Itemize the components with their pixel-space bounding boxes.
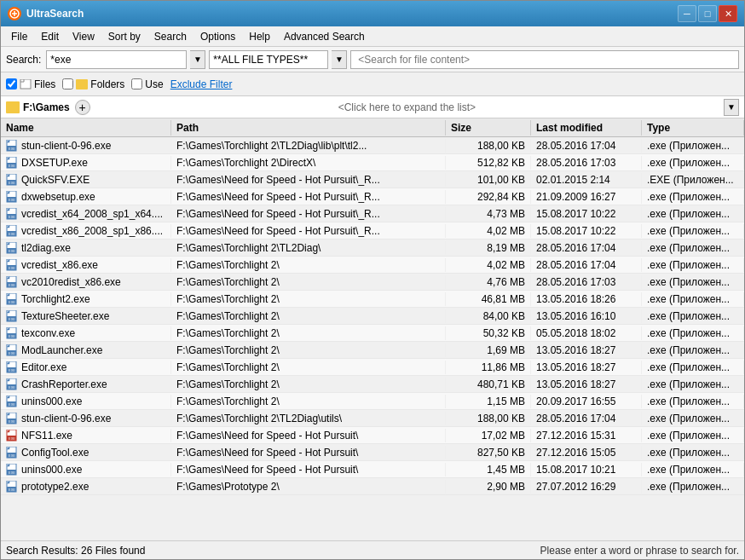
- search-dropdown-button[interactable]: ▼: [190, 50, 205, 69]
- cell-path: F:\Games\Torchlight 2\: [171, 344, 446, 357]
- table-row[interactable]: EXE unins000.exe F:\Games\Torchlight 2\ …: [1, 393, 744, 410]
- menu-search[interactable]: Search: [147, 29, 193, 44]
- file-type-icon: EXE: [6, 327, 18, 339]
- col-name[interactable]: Name: [1, 120, 171, 136]
- table-row[interactable]: EXE texconv.exe F:\Games\Torchlight 2\ 5…: [1, 325, 744, 342]
- cell-name: EXE unins000.exe: [1, 395, 171, 408]
- svg-text:EXE: EXE: [9, 198, 15, 202]
- table-row[interactable]: EXE vcredist_x86_2008_sp1_x86.... F:\Gam…: [1, 222, 744, 240]
- svg-text:EXE: EXE: [9, 317, 15, 321]
- col-size[interactable]: Size: [446, 120, 531, 136]
- folders-checkbox[interactable]: [62, 78, 73, 89]
- table-row[interactable]: EXE prototype2.exe F:\Games\Prototype 2\…: [1, 478, 744, 495]
- table-row[interactable]: EXE ConfigTool.exe F:\Games\Need for Spe…: [1, 444, 744, 461]
- svg-text:EXE: EXE: [9, 488, 15, 492]
- menu-options[interactable]: Options: [193, 29, 242, 44]
- expand-list-label[interactable]: <Click here to expand the list>: [90, 101, 724, 113]
- svg-rect-3: [20, 79, 31, 89]
- col-path[interactable]: Path: [171, 120, 446, 136]
- filter-bar: Files Folders Use Exclude Filter: [1, 72, 744, 96]
- search-input[interactable]: [46, 50, 187, 69]
- files-checkbox[interactable]: [6, 78, 17, 89]
- status-bar: Search Results: 26 Files found Please en…: [1, 540, 744, 559]
- cell-type: .exe (Приложен...: [642, 326, 744, 340]
- table-row[interactable]: EXE TextureSheeter.exe F:\Games\Torchlig…: [1, 308, 744, 325]
- use-filter[interactable]: Use: [131, 78, 163, 90]
- col-modified[interactable]: Last modified: [531, 120, 642, 136]
- menu-sort-by[interactable]: Sort by: [101, 29, 147, 44]
- cell-name: EXE Editor.exe: [1, 361, 171, 374]
- use-checkbox[interactable]: [131, 78, 142, 89]
- maximize-button[interactable]: □: [698, 5, 717, 22]
- toolbar: Search: ▼ **ALL FILE TYPES** ▼: [1, 47, 744, 72]
- cell-modified: 28.05.2016 17:04: [531, 241, 642, 255]
- cell-name: EXE vcredist_x86.exe: [1, 258, 171, 272]
- table-row[interactable]: EXE Editor.exe F:\Games\Torchlight 2\ 11…: [1, 359, 744, 376]
- file-type-icon: EXE: [6, 157, 18, 169]
- close-button[interactable]: ✕: [719, 5, 737, 22]
- col-type[interactable]: Type: [642, 120, 744, 136]
- menu-view[interactable]: View: [66, 29, 101, 44]
- svg-text:EXE: EXE: [9, 249, 15, 253]
- cell-modified: 27.07.2012 16:29: [531, 480, 642, 494]
- table-row[interactable]: EXE vcredist_x86.exe F:\Games\Torchlight…: [1, 257, 744, 274]
- table-row[interactable]: EXE DXSETUP.exe F:\Games\Torchlight 2\Di…: [1, 154, 744, 171]
- file-type-select[interactable]: **ALL FILE TYPES**: [209, 50, 328, 69]
- cell-size: 827,50 KB: [446, 446, 531, 459]
- file-type-icon: EXE: [6, 191, 18, 203]
- cell-modified: 27.12.2016 15:31: [531, 429, 642, 442]
- add-path-button[interactable]: +: [75, 100, 90, 115]
- table-row[interactable]: EXE stun-client-0-96.exe F:\Games\Torchl…: [1, 137, 744, 154]
- files-label: Files: [34, 78, 55, 90]
- cell-size: 188,00 KB: [446, 412, 531, 425]
- cell-type: .exe (Приложен...: [642, 309, 744, 323]
- cell-type: .exe (Приложен...: [642, 395, 744, 408]
- svg-text:EXE: EXE: [9, 436, 15, 441]
- file-type-icon: EXE: [6, 225, 18, 237]
- cell-type: .exe (Приложен...: [642, 241, 744, 255]
- table-row[interactable]: EXE vcredist_x64_2008_sp1_x64.... F:\Gam…: [1, 205, 744, 222]
- exclude-filter-link[interactable]: Exclude Filter: [170, 78, 233, 90]
- cell-modified: 28.05.2016 17:04: [531, 258, 642, 272]
- content-search-input[interactable]: [350, 50, 739, 69]
- table-row[interactable]: EXE QuickSFV.EXE F:\Games\Need for Speed…: [1, 171, 744, 188]
- menu-file[interactable]: File: [4, 29, 34, 44]
- menu-bar: File Edit View Sort by Search Options He…: [1, 26, 744, 47]
- file-type-icon: EXE: [6, 242, 18, 254]
- cell-path: F:\Games\Torchlight 2\TL2Diag\lib\plt\tl…: [171, 139, 446, 153]
- cell-size: 1,45 MB: [446, 463, 531, 476]
- cell-path: F:\Games\Torchlight 2\: [171, 309, 446, 323]
- files-filter[interactable]: Files: [6, 78, 55, 90]
- table-row[interactable]: EXE stun-client-0-96.exe F:\Games\Torchl…: [1, 410, 744, 427]
- table-body[interactable]: EXE stun-client-0-96.exe F:\Games\Torchl…: [1, 137, 744, 540]
- path-bar: F:\Games + <Click here to expand the lis…: [1, 96, 744, 118]
- menu-advanced-search[interactable]: Advanced Search: [277, 29, 372, 44]
- main-window: UltraSearch ─ □ ✕ File Edit View Sort by…: [0, 0, 745, 560]
- minimize-button[interactable]: ─: [678, 5, 696, 22]
- cell-size: 4,02 MB: [446, 224, 531, 238]
- folders-filter[interactable]: Folders: [62, 78, 124, 90]
- cell-type: .exe (Приложен...: [642, 190, 744, 204]
- menu-help[interactable]: Help: [242, 29, 277, 44]
- table-row[interactable]: EXE vc2010redist_x86.exe F:\Games\Torchl…: [1, 274, 744, 291]
- path-dropdown-button[interactable]: ▼: [724, 99, 739, 116]
- cell-modified: 13.05.2016 18:27: [531, 361, 642, 374]
- table-row[interactable]: EXE dxwebsetup.exe F:\Games\Need for Spe…: [1, 188, 744, 205]
- table-row[interactable]: EXE unins000.exe F:\Games\Need for Speed…: [1, 461, 744, 478]
- file-type-icon: EXE: [6, 276, 18, 288]
- cell-type: .exe (Приложен...: [642, 378, 744, 391]
- cell-size: 2,90 MB: [446, 480, 531, 494]
- table-row[interactable]: EXE NFS11.exe F:\Games\Need for Speed - …: [1, 427, 744, 444]
- table-row[interactable]: EXE Torchlight2.exe F:\Games\Torchlight …: [1, 291, 744, 308]
- table-row[interactable]: EXE ModLauncher.exe F:\Games\Torchlight …: [1, 342, 744, 359]
- cell-path: F:\Games\Torchlight 2\: [171, 258, 446, 272]
- table-row[interactable]: EXE tl2diag.exe F:\Games\Torchlight 2\TL…: [1, 240, 744, 257]
- table-row[interactable]: EXE CrashReporter.exe F:\Games\Torchligh…: [1, 376, 744, 393]
- cell-name: EXE ConfigTool.exe: [1, 446, 171, 459]
- path-folder-icon: [6, 101, 20, 113]
- type-dropdown-button[interactable]: ▼: [332, 50, 347, 69]
- menu-edit[interactable]: Edit: [34, 29, 66, 44]
- file-type-icon: EXE: [6, 361, 18, 373]
- cell-type: .exe (Приложен...: [642, 429, 744, 442]
- path-text: F:\Games: [23, 101, 70, 113]
